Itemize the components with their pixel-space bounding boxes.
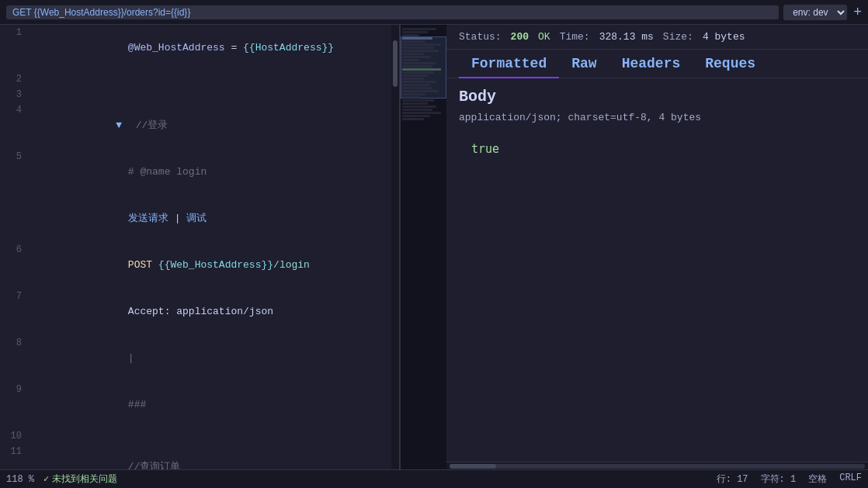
line-row: 11 //查询订单 [0,444,391,469]
editor-scrollbar[interactable] [391,25,399,469]
main-content: 1 @Web_HostAddress = {{HostAddress}} 2 3 [0,25,868,469]
size-value: 4 bytes [703,31,745,43]
response-tabs: Formatted Raw Headers Reques [446,50,868,78]
check-icon: ✓ [43,473,49,485]
response-scrollbar[interactable] [446,462,868,469]
line-row: 7 Accept: application/json [0,289,391,335]
status-right: 行: 17 字符: 1 空格 CRLF [717,472,862,486]
add-tab-icon[interactable]: + [853,5,862,19]
mini-map-viewport [401,36,446,99]
send-request-btn[interactable]: 发送请求 [104,213,168,224]
line-row: 10 [0,428,391,444]
status-text: OK [538,31,550,43]
line-row: 3 [0,87,391,102]
time-label: Time: [560,31,590,43]
tab-formatted[interactable]: Formatted [459,50,559,78]
line-row: 6 POST {{Web_HostAddress}}/login [0,242,391,289]
response-body: true [446,130,868,462]
col-info: 字符: 1 [761,472,797,486]
editor-pane: 1 @Web_HostAddress = {{HostAddress}} 2 3 [0,25,400,469]
line-row: 2 [0,71,391,87]
row-info: 行: 17 [717,472,748,486]
tab-raw[interactable]: Raw [559,50,609,78]
zoom-level: 118 % [6,474,34,485]
mini-map [400,25,446,469]
scrollbar-track[interactable] [450,464,865,469]
tab-headers[interactable]: Headers [609,50,693,78]
size-label: Size: [663,31,693,43]
space-info: 空格 [808,472,827,486]
time-value: 328.13 ms [599,31,654,43]
tab-request[interactable]: Reques [693,50,768,78]
top-bar: env: dev + [0,0,868,25]
issues-indicator: ✓ 未找到相关问题 [43,472,117,486]
url-input[interactable] [6,5,779,19]
response-header: Status: 200 OK Time: 328.13 ms Size: 4 b… [446,25,868,50]
line-row: 4 ▼ //登录 [0,102,391,149]
scrollbar-thumb[interactable] [450,464,496,469]
action-row: 发送请求 | 调试 [0,196,391,242]
body-label: Body [446,78,868,109]
line-row: 5 # @name login [0,149,391,196]
debug-btn[interactable]: 调试 [186,213,207,224]
encoding-info: CRLF [839,472,862,486]
issues-label: 未找到相关问题 [52,472,117,486]
line-row: 8 | [0,335,391,382]
status-label: Status: [459,31,502,43]
response-pane: Status: 200 OK Time: 328.13 ms Size: 4 b… [446,25,868,469]
env-selector[interactable]: env: dev [783,5,847,20]
editor-body[interactable]: 1 @Web_HostAddress = {{HostAddress}} 2 3 [0,25,391,469]
status-code: 200 [511,31,529,43]
content-type: application/json; charset=utf-8, 4 bytes [446,109,868,130]
response-value: true [471,142,499,156]
line-row: 9 ### [0,382,391,428]
editor-scroll-thumb[interactable] [393,40,398,87]
status-bar: 118 % ✓ 未找到相关问题 行: 17 字符: 1 空格 CRLF [0,469,868,488]
line-row: 1 @Web_HostAddress = {{HostAddress}} [0,25,391,71]
